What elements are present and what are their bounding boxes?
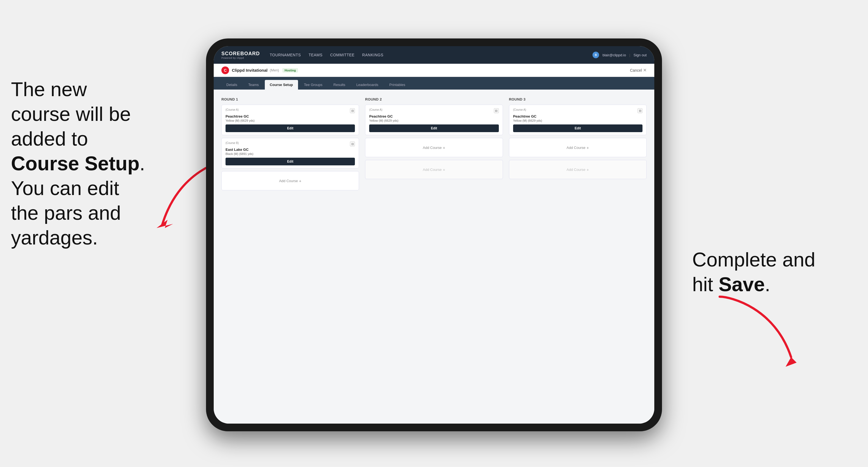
user-email: blair@clippd.io bbox=[602, 53, 626, 57]
round-1-course-a-card: (Course A) ⊟ Peachtree GC Yellow (M) (66… bbox=[221, 105, 359, 135]
nav-right: B blair@clippd.io | Sign out bbox=[592, 52, 647, 58]
round-2-add-course-disabled: Add Course + bbox=[365, 160, 503, 179]
round-1-course-b-card: (Course B) ⊟ East Lake GC Black (M) (689… bbox=[221, 138, 359, 168]
round-2-course-a-delete-button[interactable]: ⊟ bbox=[494, 108, 499, 113]
tab-course-setup[interactable]: Course Setup bbox=[265, 80, 298, 90]
tab-teams[interactable]: Teams bbox=[243, 80, 264, 90]
round-2-course-a-tag: (Course A) bbox=[369, 108, 382, 111]
round-1-course-a-name: Peachtree GC bbox=[225, 114, 355, 118]
nav-rankings[interactable]: RANKINGS bbox=[362, 52, 383, 58]
round-1-course-b-name: East Lake GC bbox=[225, 148, 355, 152]
round-3-add-course-disabled-text: Add Course + bbox=[567, 167, 589, 172]
round-2-disabled-plus-icon: + bbox=[443, 167, 445, 172]
tournament-name: Clippd Invitational bbox=[232, 68, 268, 72]
round-3-column: Round 3 (Course A) ⊟ Peachtree GC Yellow… bbox=[509, 97, 647, 193]
round-3-course-a-edit-button[interactable]: Edit bbox=[513, 124, 643, 132]
round-3-course-a-tee: Yellow (M) (6629 yds) bbox=[513, 119, 643, 122]
round-3-course-a-header: (Course A) ⊟ bbox=[513, 108, 643, 113]
round-2-course-a-header: (Course A) ⊟ bbox=[369, 108, 499, 113]
tab-leaderboards[interactable]: Leaderboards bbox=[351, 80, 383, 90]
round-2-course-a-name: Peachtree GC bbox=[369, 114, 499, 118]
hosting-badge: Hosting bbox=[282, 68, 298, 72]
annotation-left-text: The newcourse will beadded toCourse Setu… bbox=[11, 78, 145, 249]
round-1-plus-icon: + bbox=[299, 179, 302, 183]
nav-tournaments[interactable]: TOURNAMENTS bbox=[270, 52, 301, 58]
tournament-type: (Men) bbox=[270, 68, 279, 72]
round-2-add-course-button[interactable]: Add Course + bbox=[365, 138, 503, 157]
round-1-course-b-tee: Black (M) (6891 yds) bbox=[225, 152, 355, 155]
nav-teams[interactable]: TEAMS bbox=[308, 52, 322, 58]
delete-icon: ⊟ bbox=[639, 109, 641, 113]
round-1-add-course-button[interactable]: Add Course + bbox=[221, 171, 359, 190]
round-3-course-a-card: (Course A) ⊟ Peachtree GC Yellow (M) (66… bbox=[509, 105, 647, 135]
tablet-screen: SCOREBOARD Powered by clippd TOURNAMENTS… bbox=[214, 46, 654, 424]
annotation-left: The newcourse will beadded toCourse Setu… bbox=[11, 77, 187, 250]
tab-printables[interactable]: Printables bbox=[384, 80, 410, 90]
round-3-plus-icon: + bbox=[586, 146, 589, 150]
cancel-button[interactable]: Cancel ✕ bbox=[630, 68, 647, 73]
round-3-add-course-disabled: Add Course + bbox=[509, 160, 647, 179]
round-1-course-a-delete-button[interactable]: ⊟ bbox=[350, 108, 355, 113]
cancel-x-icon: ✕ bbox=[643, 68, 647, 73]
delete-icon: ⊟ bbox=[351, 142, 354, 146]
delete-icon: ⊟ bbox=[495, 109, 497, 113]
round-1-course-b-tag: (Course B) bbox=[225, 142, 239, 145]
round-1-course-a-edit-button[interactable]: Edit bbox=[225, 124, 355, 132]
delete-icon: ⊟ bbox=[351, 109, 354, 113]
tournament-bar: C Clippd Invitational (Men) Hosting Canc… bbox=[214, 64, 654, 77]
round-3-course-a-tag: (Course A) bbox=[513, 108, 526, 111]
nav-separator: | bbox=[629, 53, 630, 57]
round-2-course-a-edit-button[interactable]: Edit bbox=[369, 124, 499, 132]
round-2-label: Round 2 bbox=[365, 97, 503, 101]
annotation-right: Complete andhit Save. bbox=[692, 247, 851, 297]
arrow-right-icon bbox=[714, 291, 808, 368]
round-3-add-course-disabled-label: Add Course bbox=[567, 167, 586, 172]
cancel-label: Cancel bbox=[630, 68, 642, 72]
course-b-card-header: (Course B) ⊟ bbox=[225, 142, 355, 147]
course-card-header: (Course A) ⊟ bbox=[225, 108, 355, 113]
round-3-disabled-plus-icon: + bbox=[586, 167, 589, 172]
round-3-add-course-button[interactable]: Add Course + bbox=[509, 138, 647, 157]
round-2-add-course-label: Add Course bbox=[423, 146, 442, 150]
round-3-add-course-label: Add Course bbox=[567, 146, 586, 150]
round-2-course-a-tee: Yellow (M) (6629 yds) bbox=[369, 119, 499, 122]
tab-details[interactable]: Details bbox=[221, 80, 242, 90]
round-3-add-course-text: Add Course + bbox=[567, 146, 589, 150]
round-1-course-b-delete-button[interactable]: ⊟ bbox=[350, 142, 355, 147]
rounds-grid: Round 1 (Course A) ⊟ Peachtree GC Yellow… bbox=[221, 97, 647, 193]
round-3-label: Round 3 bbox=[509, 97, 647, 101]
nav-links: TOURNAMENTS TEAMS COMMITTEE RANKINGS bbox=[270, 52, 592, 58]
round-3-course-a-delete-button[interactable]: ⊟ bbox=[638, 108, 643, 113]
round-1-label: Round 1 bbox=[221, 97, 359, 101]
top-nav: SCOREBOARD Powered by clippd TOURNAMENTS… bbox=[214, 46, 654, 64]
round-2-column: Round 2 (Course A) ⊟ Peachtree GC Yellow… bbox=[365, 97, 503, 193]
round-1-course-a-tag: (Course A) bbox=[225, 108, 239, 111]
nav-committee[interactable]: COMMITTEE bbox=[330, 52, 354, 58]
user-avatar: B bbox=[592, 52, 599, 58]
round-2-plus-icon: + bbox=[443, 146, 445, 150]
tab-tee-groups[interactable]: Tee Groups bbox=[299, 80, 328, 90]
round-1-column: Round 1 (Course A) ⊟ Peachtree GC Yellow… bbox=[221, 97, 359, 193]
round-2-add-course-disabled-text: Add Course + bbox=[423, 167, 445, 172]
annotation-right-text: Complete andhit Save. bbox=[692, 249, 815, 295]
round-2-course-a-card: (Course A) ⊟ Peachtree GC Yellow (M) (66… bbox=[365, 105, 503, 135]
tab-bar: Details Teams Course Setup Tee Groups Re… bbox=[214, 77, 654, 90]
tab-results[interactable]: Results bbox=[329, 80, 350, 90]
round-1-course-a-tee: Yellow (M) (6629 yds) bbox=[225, 119, 355, 122]
round-1-add-course-text: Add Course + bbox=[279, 179, 301, 183]
logo-sub: Powered by clippd bbox=[221, 57, 260, 59]
round-1-course-b-edit-button[interactable]: Edit bbox=[225, 158, 355, 165]
main-content: Round 1 (Course A) ⊟ Peachtree GC Yellow… bbox=[214, 90, 654, 424]
tablet-frame: SCOREBOARD Powered by clippd TOURNAMENTS… bbox=[206, 38, 662, 431]
round-3-course-a-name: Peachtree GC bbox=[513, 114, 643, 118]
sign-out-link[interactable]: Sign out bbox=[633, 53, 647, 57]
round-2-add-course-text: Add Course + bbox=[423, 146, 445, 150]
logo-scoreboard: SCOREBOARD bbox=[221, 51, 260, 57]
logo-area: SCOREBOARD Powered by clippd bbox=[221, 51, 260, 59]
round-1-add-course-label: Add Course bbox=[279, 179, 298, 183]
round-2-add-course-disabled-label: Add Course bbox=[423, 167, 442, 172]
tournament-logo: C bbox=[221, 66, 229, 74]
